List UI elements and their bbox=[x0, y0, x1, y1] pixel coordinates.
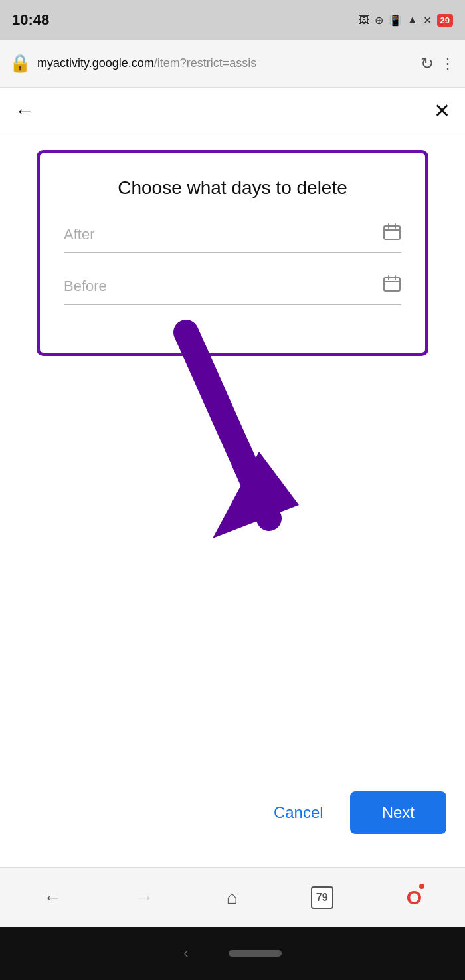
opera-menu-icon[interactable]: O bbox=[407, 886, 422, 909]
dialog-card: Choose what days to delete After Before bbox=[37, 150, 428, 356]
before-label: Before bbox=[64, 278, 383, 295]
battery-badge: 29 bbox=[437, 14, 453, 27]
bottom-buttons: Cancel Next bbox=[0, 791, 465, 834]
cancel-button[interactable]: Cancel bbox=[260, 793, 337, 833]
svg-line-8 bbox=[186, 332, 269, 518]
gesture-pill bbox=[229, 950, 282, 957]
url-main: myactivity.google.com bbox=[37, 56, 154, 70]
circle-plus-icon: ⊕ bbox=[375, 14, 383, 27]
dialog-title: Choose what days to delete bbox=[64, 177, 401, 199]
nav-row: ← ✕ bbox=[0, 88, 465, 134]
gesture-back-arrow: ‹ bbox=[183, 945, 188, 962]
after-label: After bbox=[64, 226, 383, 243]
browser-home-icon[interactable]: ⌂ bbox=[227, 887, 238, 908]
next-button[interactable]: Next bbox=[350, 791, 446, 834]
lock-icon: 🔒 bbox=[9, 53, 31, 74]
close-button[interactable]: ✕ bbox=[434, 99, 450, 122]
after-input-row[interactable]: After bbox=[64, 223, 401, 253]
signal-icon: ✕ bbox=[423, 14, 432, 27]
svg-rect-4 bbox=[384, 278, 400, 291]
wifi-icon: ▲ bbox=[407, 14, 418, 26]
back-button[interactable]: ← bbox=[15, 100, 35, 122]
svg-rect-0 bbox=[384, 226, 400, 239]
gesture-nav-bar: ‹ bbox=[0, 927, 465, 980]
svg-marker-9 bbox=[213, 452, 299, 538]
photo-icon: 🖼 bbox=[359, 14, 369, 26]
browser-tabs-icon[interactable]: 79 bbox=[311, 886, 333, 909]
browser-bar: 🔒 myactivity.google.com/item?restrict=as… bbox=[0, 40, 465, 88]
status-time: 10:48 bbox=[12, 11, 49, 29]
opera-notification-dot bbox=[418, 882, 426, 890]
after-calendar-icon[interactable] bbox=[383, 223, 401, 246]
browser-url[interactable]: myactivity.google.com/item?restrict=assi… bbox=[37, 56, 414, 70]
reload-icon[interactable]: ↻ bbox=[420, 54, 434, 73]
url-path: /item?restrict=assis bbox=[154, 56, 257, 70]
bottom-browser-nav: ← → ⌂ 79 O bbox=[0, 867, 465, 927]
before-calendar-icon[interactable] bbox=[383, 274, 401, 298]
browser-menu-icon[interactable]: ⋮ bbox=[440, 55, 456, 72]
vibrate-icon: 📳 bbox=[389, 14, 402, 27]
browser-back-icon[interactable]: ← bbox=[43, 887, 62, 908]
status-icons: 🖼 ⊕ 📳 ▲ ✕ 29 bbox=[359, 14, 453, 27]
browser-forward-icon[interactable]: → bbox=[135, 887, 153, 908]
status-bar: 10:48 🖼 ⊕ 📳 ▲ ✕ 29 bbox=[0, 0, 465, 40]
before-input-row[interactable]: Before bbox=[64, 274, 401, 305]
tab-count-badge: 79 bbox=[311, 886, 333, 909]
main-content: Choose what days to delete After Before bbox=[0, 150, 465, 356]
